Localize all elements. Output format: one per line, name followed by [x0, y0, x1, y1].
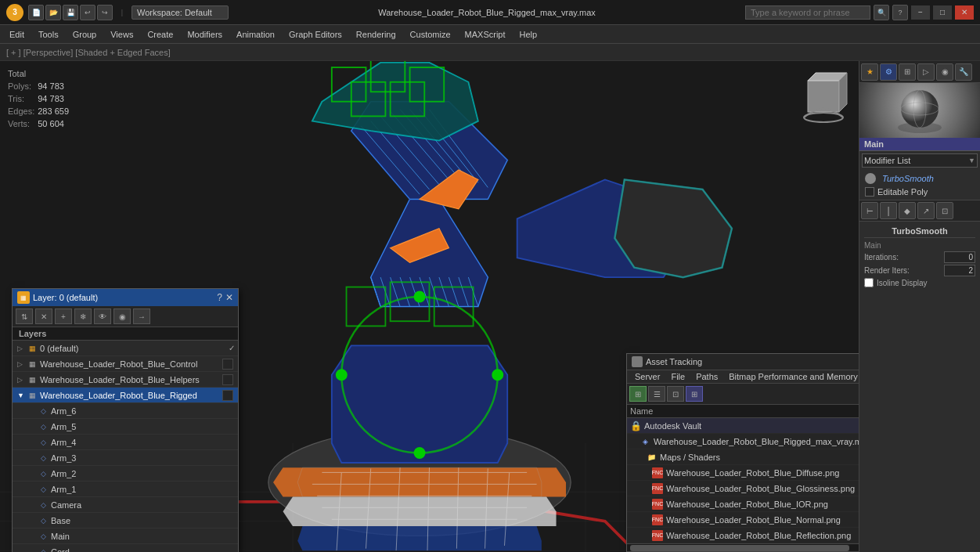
asset-row-diffuse[interactable]: FNC Warehouse_Loader_Robot_Blue_Diffuse.… [627, 465, 859, 481]
asset-menu-paths[interactable]: Paths [691, 371, 722, 382]
modifier-turbosmooth[interactable]: TurboSmooth [862, 171, 978, 186]
ts-render-input[interactable] [944, 265, 975, 276]
layer-expand-icon [28, 470, 38, 478]
layers-tb-move[interactable]: → [133, 308, 150, 324]
panel-icon-motion[interactable]: ▷ [917, 63, 935, 81]
panel-bottom-icon-4[interactable]: ↗ [917, 202, 935, 219]
layers-tb-sort[interactable]: ⇅ [16, 308, 33, 324]
asset-row-ior[interactable]: FNC Warehouse_Loader_Robot_Blue_IOR.png … [627, 496, 859, 512]
open-btn[interactable]: 📂 [45, 5, 61, 20]
menu-help[interactable]: Help [513, 28, 544, 41]
maximize-button[interactable]: □ [933, 5, 952, 20]
panel-icon-create[interactable]: ★ [861, 63, 878, 81]
asset-row-normal[interactable]: FNC Warehouse_Loader_Robot_Blue_Normal.p… [627, 512, 859, 528]
layer-item-arm3[interactable]: ◇ Arm_3 [13, 450, 238, 466]
panel-icon-hierarchy[interactable]: ⊞ [899, 63, 916, 81]
layers-question-btn[interactable]: ? [217, 292, 222, 303]
sep-btn: | [114, 5, 130, 20]
layer-item-base[interactable]: ◇ Base [13, 513, 238, 529]
panel-bottom-icon-1[interactable]: ⊢ [861, 202, 878, 219]
layer-item-cord[interactable]: ◇ Cord [13, 544, 238, 552]
layer-obj-icon: ◇ [38, 531, 49, 542]
panel-icon-modify[interactable]: ⚙ [880, 63, 897, 81]
layer-item-arm6[interactable]: ◇ Arm_6 [13, 403, 238, 419]
redo-btn[interactable]: ↪ [97, 5, 113, 20]
menu-create[interactable]: Create [141, 28, 179, 41]
viewport[interactable]: Total Polys: 94 783 Tris: 94 783 Edges: … [0, 61, 859, 552]
asset-row-vault[interactable]: 🔒 Autodesk Vault Logged C [627, 418, 859, 434]
asset-tb-detail[interactable]: ⊞ [686, 386, 703, 402]
menu-graph-editors[interactable]: Graph Editors [283, 28, 348, 41]
menu-views[interactable]: Views [104, 28, 139, 41]
modifier-editable-poly[interactable]: Editable Poly [862, 186, 978, 198]
panel-icon-utility[interactable]: 🔧 [955, 63, 972, 81]
layer-item-helpers[interactable]: ▷ ▦ Warehouse_Loader_Robot_Blue_Helpers [13, 372, 238, 388]
search-input[interactable] [745, 5, 870, 20]
layers-tb-freeze[interactable]: ❄ [74, 308, 92, 324]
layers-title-bar[interactable]: ▦ Layer: 0 (default) ? ✕ [13, 289, 238, 306]
help-btn[interactable]: ? [892, 5, 908, 20]
layer-item-camera[interactable]: ◇ Camera [13, 497, 238, 513]
layer-item-default[interactable]: ▷ ▦ 0 (default) ✓ [13, 341, 238, 356]
ts-iterations-input[interactable] [944, 251, 975, 263]
search-btn[interactable]: 🔍 [874, 5, 889, 20]
asset-menu-file[interactable]: File [666, 371, 690, 382]
layer-obj-icon: ◇ [38, 500, 49, 511]
menu-modifiers[interactable]: Modifiers [181, 28, 229, 41]
asset-row-reflection[interactable]: FNC Warehouse_Loader_Robot_Blue_Reflecti… [627, 528, 859, 543]
menu-customize[interactable]: Customize [404, 28, 457, 41]
ts-isoline-checkbox[interactable] [864, 278, 874, 287]
menu-group[interactable]: Group [67, 28, 103, 41]
new-btn[interactable]: 📄 [28, 5, 44, 20]
menu-animation[interactable]: Animation [230, 28, 281, 41]
layer-item-arm4[interactable]: ◇ Arm_4 [13, 435, 238, 450]
layer-item-arm2[interactable]: ◇ Arm_2 [13, 466, 238, 482]
layer-vis-btn[interactable] [222, 374, 233, 385]
undo-btn[interactable]: ↩ [80, 5, 95, 20]
layers-tb-render[interactable]: ◉ [113, 308, 131, 324]
layer-type-icon: ▦ [27, 374, 38, 385]
layers-tb-add[interactable]: + [55, 308, 72, 324]
layers-list[interactable]: ▷ ▦ 0 (default) ✓ ▷ ▦ Warehouse_Loader_R… [13, 341, 238, 552]
panel-bottom-icon-2[interactable]: | [880, 202, 897, 219]
layer-vis-btn[interactable] [222, 390, 233, 401]
panel-bottom-icon-3[interactable]: ◆ [899, 202, 916, 219]
layer-item-main[interactable]: ◇ Main [13, 529, 238, 544]
layer-item-arm5[interactable]: ◇ Arm_5 [13, 419, 238, 435]
menu-tools[interactable]: Tools [32, 28, 65, 41]
asset-menu-server[interactable]: Server [630, 371, 665, 382]
save-btn[interactable]: 💾 [63, 5, 78, 20]
menu-rendering[interactable]: Rendering [350, 28, 402, 41]
layers-close-btn[interactable]: ✕ [225, 292, 233, 303]
asset-scrollbar-horizontal[interactable] [627, 543, 859, 551]
asset-row-glossiness[interactable]: FNC Warehouse_Loader_Robot_Blue_Glossine… [627, 481, 859, 496]
modifier-list-arrow[interactable]: ▼ [968, 157, 975, 164]
layer-item-control[interactable]: ▷ ▦ Warehouse_Loader_Robot_Blue_Control [13, 356, 238, 372]
layers-title-text: Layer: 0 (default) [33, 293, 98, 302]
layer-vis-btn[interactable] [222, 359, 233, 370]
nav-cube[interactable] [796, 69, 851, 124]
layer-obj-icon: ◇ [38, 468, 49, 479]
asset-tb-grid2[interactable]: ⊡ [667, 386, 684, 402]
modifier-list[interactable]: Modifier List ▼ [862, 153, 978, 168]
layers-tb-hide[interactable]: 👁 [94, 308, 111, 324]
layers-tb-delete[interactable]: ✕ [35, 308, 52, 324]
workspace-selector[interactable]: Workspace: Default [132, 5, 229, 20]
asset-tb-list[interactable]: ☰ [648, 386, 665, 402]
asset-row-maxfile[interactable]: ◈ Warehouse_Loader_Robot_Blue_Rigged_max… [627, 434, 859, 449]
minimize-button[interactable]: − [911, 5, 930, 20]
panel-bottom-icons: ⊢ | ◆ ↗ ⊡ [859, 200, 980, 222]
asset-menu-bitmap[interactable]: Bitmap Performance and Memory [724, 371, 859, 382]
toolbar-icons: 📄 📂 💾 ↩ ↪ | Workspace: Default [28, 5, 229, 20]
modifier-checkbox[interactable] [865, 187, 874, 197]
asset-title-bar[interactable]: Asset Tracking − □ ✕ [627, 354, 859, 370]
panel-icon-display[interactable]: ◉ [936, 63, 953, 81]
layer-item-rigged[interactable]: ▼ ▦ Warehouse_Loader_Robot_Blue_Rigged [13, 388, 238, 403]
asset-tb-grid1[interactable]: ⊞ [629, 386, 647, 402]
asset-row-maps[interactable]: 📁 Maps / Shaders [627, 449, 859, 465]
panel-bottom-icon-5[interactable]: ⊡ [936, 202, 953, 219]
menu-maxscript[interactable]: MAXScript [459, 28, 512, 41]
layer-item-arm1[interactable]: ◇ Arm_1 [13, 482, 238, 497]
menu-edit[interactable]: Edit [3, 28, 31, 41]
close-button[interactable]: ✕ [955, 5, 974, 20]
